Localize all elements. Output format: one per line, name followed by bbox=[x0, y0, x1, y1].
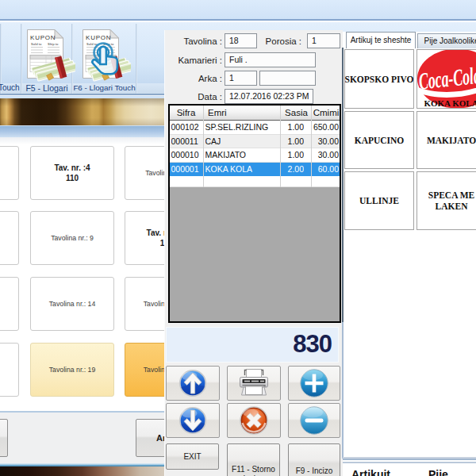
svg-text:KUPON: KUPON bbox=[30, 34, 56, 41]
svg-text:Ship to: Ship to bbox=[48, 42, 59, 46]
svg-text:KUPON: KUPON bbox=[86, 34, 111, 41]
svg-text:KOKA KOLA: KOKA KOLA bbox=[424, 98, 476, 108]
svg-text:Sold to: Sold to bbox=[86, 42, 98, 46]
svg-text:Sold to: Sold to bbox=[31, 42, 42, 46]
